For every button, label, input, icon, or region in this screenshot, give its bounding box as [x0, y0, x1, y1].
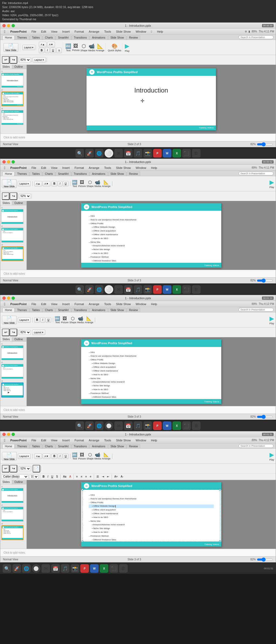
play-btn-1[interactable]: ▶	[125, 43, 129, 50]
dock4-calendar[interactable]: 📅	[51, 564, 60, 573]
maximize-button-3[interactable]	[12, 297, 15, 300]
menu-tools-2[interactable]: Tools	[102, 166, 113, 170]
dock-trash-1[interactable]: 🗑	[192, 149, 201, 158]
layout-btn-4[interactable]: Layout ▾	[18, 454, 31, 459]
dock2-launchpad[interactable]: 🚀	[85, 285, 94, 294]
slide-3-thumb-1[interactable]: 1 WordPress Profits Simplified Introduct…	[1, 343, 25, 360]
menu-powerpoint-3[interactable]: PowerPoint	[8, 302, 29, 306]
zoom-select-3[interactable]: 82%	[19, 330, 31, 335]
search-input-2[interactable]	[239, 172, 274, 175]
tab-themes-1[interactable]: Themes	[15, 35, 29, 40]
format-underline-4[interactable]: U	[50, 475, 54, 478]
dock3-music[interactable]: 🎵	[134, 421, 142, 430]
tab-animations-2[interactable]: Animations	[89, 172, 108, 176]
dock4-finder[interactable]: 🔍	[3, 564, 11, 573]
minimize-button-1[interactable]	[7, 24, 10, 27]
tab-themes-4[interactable]: Themes	[15, 444, 29, 448]
menu-window-3[interactable]: Window	[133, 302, 148, 306]
play-btn-4[interactable]: ▶	[270, 451, 274, 458]
dock2-finder[interactable]: 🔍	[75, 285, 84, 294]
dock4-chrome[interactable]: ⚪	[32, 564, 40, 573]
minimize-button-4[interactable]	[7, 433, 10, 436]
tab-review-3[interactable]: Review	[127, 308, 140, 312]
tab-tables-4[interactable]: Tables	[30, 444, 42, 448]
dock4-trash[interactable]: 🗑	[119, 564, 128, 573]
align-justify-4[interactable]: ≡	[89, 475, 92, 478]
font-a-dn-2[interactable]: A▼	[43, 181, 50, 186]
new-slide-btn-3[interactable]: 📄New Slide	[2, 316, 17, 324]
dock2-calendar[interactable]: 📅	[124, 285, 133, 294]
undo-btn-1[interactable]: ↩	[2, 56, 9, 64]
align-center-4[interactable]: ≡	[80, 475, 84, 478]
bold-2[interactable]: B	[51, 181, 57, 186]
dock3-excel[interactable]: X	[172, 421, 181, 430]
zoom-slider-2[interactable]	[257, 280, 273, 282]
slides-tab-3[interactable]: Slides	[0, 337, 12, 341]
underline-3[interactable]: U	[46, 317, 51, 323]
bold-btn-1[interactable]: B	[39, 48, 44, 53]
dock3-mail[interactable]: ✉	[114, 421, 123, 430]
underline-4[interactable]: U	[63, 454, 68, 459]
dock3-calendar[interactable]: 📅	[124, 421, 133, 430]
menu-edit-3[interactable]: Edit	[39, 302, 48, 306]
dock4-photos[interactable]: 📸	[71, 564, 79, 573]
menu-view-4[interactable]: View	[49, 438, 60, 442]
tab-transitions-2[interactable]: Transitions	[71, 172, 89, 176]
search-input-4[interactable]	[239, 444, 274, 448]
dock3-word[interactable]: W	[163, 421, 171, 430]
format-shadow-4[interactable]: S	[55, 475, 59, 478]
tab-themes-3[interactable]: Themes	[15, 308, 29, 312]
tab-charts-1[interactable]: Charts	[43, 35, 55, 40]
menu-format-1[interactable]: Format	[73, 29, 86, 34]
menu-insert-4[interactable]: Insert	[60, 438, 72, 442]
slide-4-thumb-3[interactable]: 3 WordPress Profits Simplified – Intro– …	[1, 523, 25, 540]
tab-tables-2[interactable]: Tables	[30, 172, 42, 176]
font-a-dn-4[interactable]: A▼	[43, 454, 50, 459]
outline-tab-4[interactable]: Outline	[12, 480, 25, 484]
tab-smartart-1[interactable]: SmartArt	[56, 35, 71, 40]
dock4-mail[interactable]: ✉	[42, 564, 50, 573]
menu-slideshow-3[interactable]: Slide Show	[114, 302, 133, 306]
layout-icon-3[interactable]: Layout ▾	[32, 330, 45, 335]
tab-slideshow-4[interactable]: Slide Show	[108, 444, 126, 448]
tab-transitions-4[interactable]: Transitions	[71, 444, 89, 448]
underline-btn-1[interactable]: U	[50, 48, 56, 53]
menu-insert-2[interactable]: Insert	[60, 166, 72, 170]
redo-4[interactable]: ↪	[10, 465, 17, 472]
italic-3[interactable]: I	[40, 317, 45, 323]
menu-tools-4[interactable]: Tools	[102, 438, 113, 442]
slide-2-thumb-2[interactable]: 2 WordPress Profits Simplified – Intro– …	[1, 225, 25, 243]
redo-3[interactable]: ↪	[10, 329, 17, 336]
tab-slideshow-3[interactable]: Slide Show	[108, 308, 126, 312]
tab-animations-4[interactable]: Animations	[89, 444, 108, 448]
font-a-up-2[interactable]: A▲	[34, 181, 42, 186]
dock2-excel[interactable]: X	[172, 285, 181, 294]
dock4-safari[interactable]: 🌐	[22, 564, 31, 573]
menu-help-4[interactable]: Help	[149, 438, 159, 442]
resize-handle-tr[interactable]	[219, 489, 221, 490]
notes-area-2[interactable]: Click to add notes	[0, 270, 276, 277]
font-size-dn-4[interactable]: A-	[120, 475, 125, 478]
underline-2[interactable]: U	[63, 181, 68, 186]
format-bold-4[interactable]: B	[42, 475, 46, 478]
tab-tables-3[interactable]: Tables	[30, 308, 42, 312]
bullet-list-4[interactable]: ☰	[95, 475, 100, 478]
menu-help-3[interactable]: Help	[149, 302, 159, 306]
dock-launchpad-1[interactable]: 🚀	[85, 149, 94, 158]
dock-calendar-1[interactable]: 📅	[124, 149, 133, 158]
dock2-word[interactable]: W	[163, 285, 171, 294]
dock3-finder[interactable]: 🔍	[75, 421, 84, 430]
dock-safari-1[interactable]: 🌐	[95, 149, 104, 158]
layout-btn-2[interactable]: Layout ▾	[18, 181, 31, 186]
dock2-safari[interactable]: 🌐	[95, 285, 104, 294]
slide-2-thumb-1[interactable]: 1 WordPress Profits Simplified Introduct…	[1, 206, 25, 224]
menu-insert-1[interactable]: Insert	[60, 29, 72, 34]
slide-thumb-3-1[interactable]: 3 WordPress Profits Simplified – Intro– …	[1, 107, 25, 125]
new-slide-btn-1[interactable]: 📄 New Slide	[4, 43, 18, 52]
maximize-button-4[interactable]	[12, 433, 15, 436]
tab-tables-1[interactable]: Tables	[30, 35, 42, 40]
undo-3[interactable]: ↩	[2, 329, 9, 336]
zoom-slider-1[interactable]	[257, 143, 273, 145]
outline-tab-3[interactable]: Outline	[12, 337, 25, 341]
redo-btn-1[interactable]: ↪	[10, 56, 17, 64]
